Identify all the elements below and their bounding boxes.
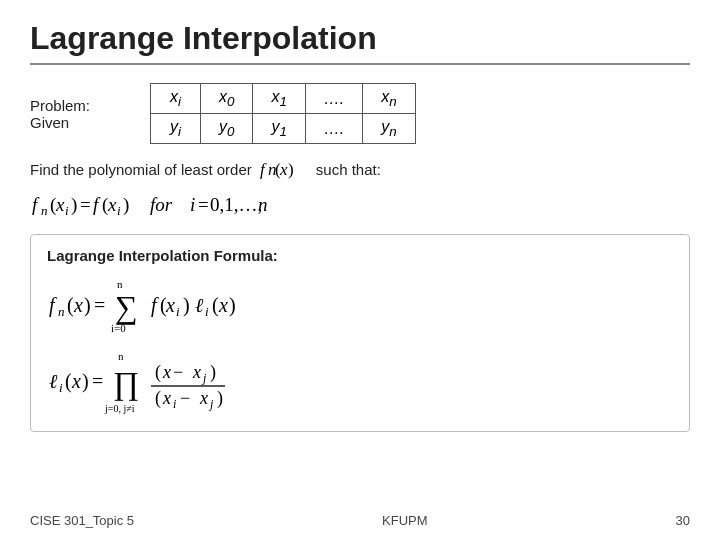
svg-text:∑: ∑ [115,289,138,325]
lagrange-formula-col: f n ( x ) = ∑ i=0 n f ( x i ) [47,274,357,419]
svg-text:): ) [217,388,223,409]
product-formula: ℓ i ( x ) = ∏ j=0, j≠i n ( x − x j [47,344,357,419]
svg-text:): ) [183,294,190,317]
svg-text:f: f [260,160,267,179]
svg-text:i: i [65,203,69,218]
table-cell: …. [305,84,362,114]
table-cell: y1 [253,114,305,144]
svg-text:−: − [180,388,190,408]
svg-text:): ) [84,294,91,317]
svg-text:(: ( [65,370,72,393]
svg-text:x: x [71,370,81,392]
table-cell: xn [363,84,415,114]
svg-text:i: i [205,304,209,319]
table-cell: yi [151,114,201,144]
svg-text:x: x [165,294,175,316]
svg-text:(: ( [67,294,74,317]
table-cell: x1 [253,84,305,114]
table-cell: yn [363,114,415,144]
svg-text:n: n [117,278,123,290]
svg-text:f: f [151,294,159,317]
svg-text:∏: ∏ [113,365,139,401]
svg-text:−: − [173,362,183,382]
page-title: Lagrange Interpolation [30,20,690,65]
fn-xi-formula: f n ( x i ) = f ( x i ) for i = 0,1,…, n [30,188,370,220]
svg-text:x: x [192,362,201,382]
svg-text:j=0, j≠i: j=0, j≠i [104,403,135,414]
svg-text:x: x [162,362,171,382]
svg-text:=: = [80,194,91,215]
footer-left: CISE 301_Topic 5 [30,513,134,528]
svg-text:): ) [82,370,89,393]
fn-x-formula: f n ( x ) [258,158,310,180]
find-text: Find the polynomial of least order f n (… [30,158,690,180]
svg-text:j: j [208,397,214,411]
svg-text:x: x [162,388,171,408]
svg-text:): ) [210,362,216,383]
svg-text:0,1,…,: 0,1,…, [210,194,262,215]
svg-text:x: x [73,294,83,316]
footer-center: KFUPM [382,513,428,528]
fn-formula-area: f n ( x i ) = f ( x i ) for i = 0,1,…, n [30,188,690,220]
svg-text:x: x [199,388,208,408]
svg-text:n: n [258,194,268,215]
svg-text:x: x [279,160,288,179]
svg-text:(: ( [155,388,161,409]
svg-text:ℓ: ℓ [49,370,58,392]
svg-text:i: i [176,304,180,319]
footer-right: 30 [676,513,690,528]
svg-text:i=0: i=0 [111,322,126,334]
svg-text:for: for [150,194,173,215]
footer: CISE 301_Topic 5 KFUPM 30 [30,513,690,528]
svg-text:): ) [123,194,129,216]
lagrange-box: Lagrange Interpolation Formula: f n ( x … [30,234,690,432]
sum-formula: f n ( x ) = ∑ i=0 n f ( x i ) [47,274,357,334]
svg-text:f: f [32,194,40,215]
svg-text:): ) [288,160,294,179]
svg-text:i: i [117,203,121,218]
svg-text:(: ( [212,294,219,317]
table-cell: y0 [201,114,253,144]
svg-text:i: i [173,397,176,411]
svg-text:): ) [71,194,77,216]
problem-label: Problem: Given [30,97,120,131]
svg-text:(: ( [155,362,161,383]
svg-text:f: f [93,194,101,215]
table-cell: …. [305,114,362,144]
table-cell: xi [151,84,201,114]
lagrange-title: Lagrange Interpolation Formula: [47,247,673,264]
svg-text:ℓ: ℓ [195,294,204,316]
svg-text:x: x [107,194,117,215]
svg-text:j: j [201,371,207,385]
svg-text:i: i [59,380,63,395]
svg-text:=: = [94,294,105,316]
svg-text:n: n [58,304,65,319]
svg-text:i: i [190,194,195,215]
svg-text:n: n [118,350,124,362]
svg-text:=: = [92,370,103,392]
svg-text:=: = [198,194,209,215]
svg-text:n: n [41,203,48,218]
data-table: xi x0 x1 …. xn yi y0 y1 …. yn [150,83,416,144]
svg-text:f: f [49,294,57,317]
svg-text:): ) [229,294,236,317]
table-cell: x0 [201,84,253,114]
lagrange-formula-row: f n ( x ) = ∑ i=0 n f ( x i ) [47,274,673,419]
svg-text:x: x [218,294,228,316]
svg-text:x: x [55,194,65,215]
